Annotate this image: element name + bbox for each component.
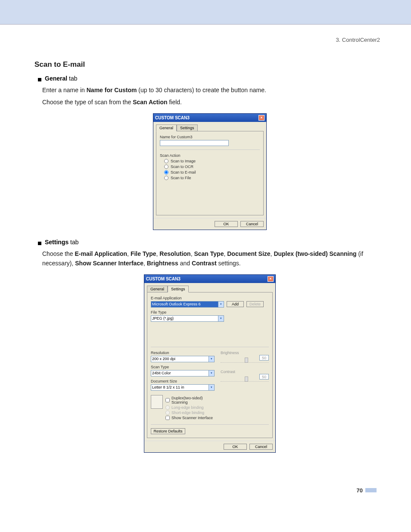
radio-scan-to-ocr[interactable]: Scan to OCR [164,165,260,169]
square-bullet-icon [38,78,41,81]
brightness-slider[interactable] [221,358,269,363]
dialog-title-bar[interactable]: CUSTOM SCAN3 × [144,275,275,283]
top-banner [0,0,411,25]
brightness-label: Brightness [221,351,269,355]
long-edge-radio: Long-edge binding [165,405,215,410]
ok-button[interactable]: OK [224,444,247,450]
paragraph-3: Choose the E-mail Application, File Type… [42,249,385,268]
square-bullet-icon [38,242,41,245]
email-application-select[interactable]: Microsoft Outlook Express 6▾ [151,301,224,308]
bullet-suffix: tab [68,239,78,246]
resolution-select[interactable]: 200 x 200 dpi▾ [151,356,215,362]
bullet-general-tab: General tab [38,75,385,82]
dialog-title-bar[interactable]: CUSTOM SCAN3 × [153,114,266,122]
section-heading: Scan to E-mail [34,60,385,69]
file-type-label: File Type [151,310,269,314]
page-content: 3. ControlCenter2 Scan to E-mail General… [0,25,411,494]
name-for-custom-label: Name for Custom3 [160,135,260,139]
radio-scan-to-image[interactable]: Scan to Image [164,159,260,163]
tab-settings[interactable]: Settings [168,286,189,292]
close-icon[interactable]: × [258,115,265,121]
scan-action-label: Scan Action [160,153,260,158]
breadcrumb: 3. ControlCenter2 [34,37,385,43]
duplex-icon [151,395,163,409]
document-size-label: Document Size [151,379,215,383]
contrast-label: Contrast [221,370,269,374]
cancel-button[interactable]: Cancel [249,444,273,450]
bullet-label: Settings [45,239,68,246]
dialog-panel: Name for Custom3 Scan Action Scan to Ima… [156,131,264,215]
duplex-scanning-checkbox[interactable]: Duplex(two-sided) Scanning [165,396,215,404]
dialog-custom-scan-general: CUSTOM SCAN3 × General Settings Name for… [153,113,267,230]
chevron-down-icon: ▾ [209,356,214,362]
chevron-down-icon: ▾ [209,385,214,390]
short-edge-radio: Short-edge binding [165,411,215,415]
dialog-title: CUSTOM SCAN3 [146,277,181,281]
paragraph-1: Enter a name in Name for Custom (up to 3… [42,85,385,95]
scan-type-select[interactable]: 24bit Color▾ [151,370,215,376]
document-size-select[interactable]: Letter 8 1/2 x 11 in▾ [151,384,215,391]
tab-settings[interactable]: Settings [177,124,198,131]
footer-bar-icon [365,488,377,492]
tab-general[interactable]: General [156,124,177,131]
page-number: 70 [357,487,363,494]
page-footer: 70 [34,487,385,494]
paragraph-2: Choose the type of scan from the Scan Ac… [42,97,385,107]
chevron-down-icon: ▾ [218,316,224,321]
chevron-down-icon: ▾ [209,370,214,376]
close-icon[interactable]: × [268,276,274,282]
dialog-title: CUSTOM SCAN3 [155,115,190,120]
delete-button[interactable]: Delete [246,301,264,307]
show-scanner-interface-checkbox[interactable]: Show Scanner Interface [165,416,215,420]
email-application-label: E-mail Application [151,296,269,300]
restore-defaults-button[interactable]: Restore Defaults [151,428,185,434]
bullet-label: General [45,75,67,82]
bullet-suffix: tab [67,75,77,82]
cancel-button[interactable]: Cancel [240,221,264,227]
add-button[interactable]: Add [227,301,244,307]
ok-button[interactable]: OK [215,221,238,227]
bullet-settings-tab: Settings tab [38,239,385,246]
radio-scan-to-file[interactable]: Scan to File [164,176,260,180]
name-for-custom-input[interactable] [160,140,229,146]
dialog-panel: E-mail Application Microsoft Outlook Exp… [147,292,273,438]
dialog-custom-scan-settings: CUSTOM SCAN3 × General Settings E-mail A… [144,274,276,453]
file-type-select[interactable]: JPEG (*.jpg)▾ [151,315,224,322]
contrast-slider[interactable] [221,377,269,382]
tab-general[interactable]: General [147,286,168,292]
resolution-label: Resolution [151,351,215,355]
scan-type-label: Scan Type [151,365,215,369]
chevron-down-icon: ▾ [218,302,224,307]
radio-scan-to-email[interactable]: Scan to E-mail [164,170,260,174]
